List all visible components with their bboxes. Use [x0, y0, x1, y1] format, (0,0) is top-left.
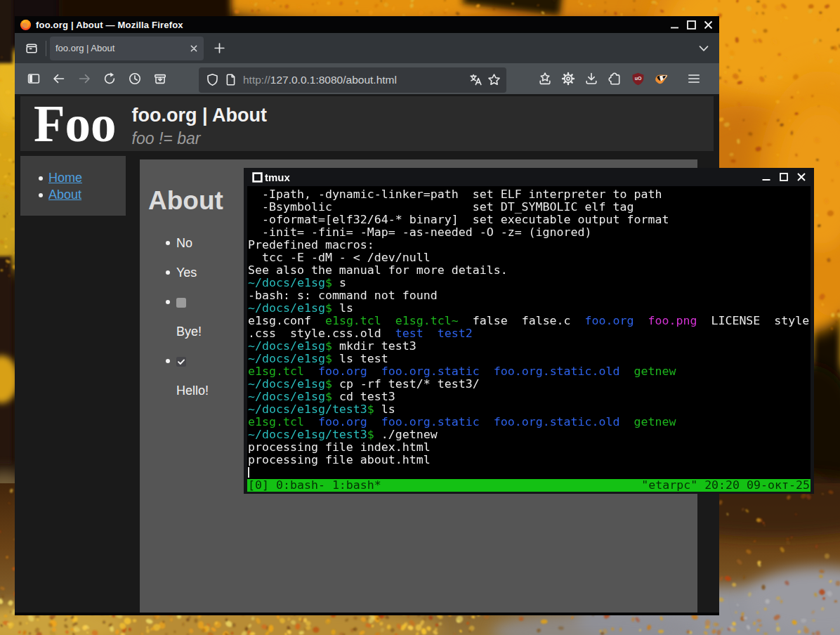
- terminal-row: See also the manual for more details.: [248, 264, 811, 277]
- maximize-icon: [687, 20, 696, 30]
- forward-arrow-icon: [77, 72, 91, 86]
- new-tab-button[interactable]: [209, 38, 230, 59]
- terminal-titlebar[interactable]: tmux: [244, 168, 814, 186]
- terminal-row: tcc -E -dM - < /dev/null: [248, 251, 811, 264]
- firefox-view-icon: [25, 41, 39, 55]
- tab-foo-org-about[interactable]: foo.org | About: [50, 37, 204, 60]
- terminal-row: ~/docs/e1sg$ ls test: [248, 353, 811, 365]
- checkbox-checked[interactable]: [176, 357, 186, 367]
- terminal-row: ~/docs/e1sg$ ls: [248, 302, 811, 315]
- navigation-toolbar: http://127.0.0.1:8080/about.html: [15, 63, 719, 94]
- terminal-cursor: [248, 467, 249, 478]
- nav-link-home[interactable]: Home: [48, 171, 82, 185]
- terminal-maximize-button[interactable]: [780, 173, 788, 181]
- reload-button[interactable]: [99, 68, 120, 89]
- reload-icon: [103, 72, 117, 86]
- back-button[interactable]: [48, 68, 70, 89]
- back-arrow-icon: [52, 72, 66, 86]
- ublock-shield-icon: uO: [631, 72, 645, 86]
- checkbox-unchecked[interactable]: [176, 298, 186, 308]
- ublock-origin-button[interactable]: uO: [627, 68, 648, 89]
- close-icon: [704, 20, 713, 30]
- import-button[interactable]: [150, 68, 171, 89]
- sidebar-toggle-button[interactable]: [23, 68, 44, 89]
- close-icon: [797, 173, 806, 181]
- terminal-title: tmux: [265, 171, 290, 183]
- page-info-icon[interactable]: [221, 71, 239, 89]
- extensions-button[interactable]: [604, 68, 625, 89]
- bookmark-star-button[interactable]: [485, 71, 503, 89]
- downloads-button[interactable]: [581, 68, 602, 89]
- terminal-row: e1sg.conf e1sg.tcl e1sg.tcl~ false false…: [248, 315, 811, 327]
- terminal-row: [248, 466, 811, 479]
- url-text[interactable]: http://127.0.0.1:8080/about.html: [243, 74, 466, 86]
- list-item-label: No: [176, 236, 192, 250]
- list-all-tabs-button[interactable]: [695, 39, 713, 58]
- terminal-row: -Ipath, -dynamic-linker=path set ELF int…: [248, 188, 811, 201]
- translate-icon: [469, 73, 483, 86]
- terminal-row: ~/docs/e1sg$ s: [248, 277, 811, 289]
- terminal-row: ~/docs/e1sg/test3$ ls: [248, 403, 811, 416]
- save-to-collection-button[interactable]: [534, 68, 556, 89]
- tab-close-button[interactable]: [187, 41, 201, 55]
- close-button[interactable]: [704, 20, 713, 30]
- terminal-row: ~/docs/e1sg$ cd test3: [248, 391, 811, 403]
- page-nav: HomeAbout: [20, 156, 126, 216]
- minimize-button[interactable]: [670, 20, 679, 30]
- translate-button[interactable]: [466, 71, 485, 89]
- gear-icon: [561, 72, 575, 86]
- privacy-badger-button[interactable]: [650, 68, 671, 89]
- tab-label: foo.org | About: [55, 43, 187, 53]
- tmux-status-windows: [0] 0:bash- 1:bash*: [247, 479, 641, 492]
- maximize-button[interactable]: [687, 20, 696, 30]
- app-menu-button[interactable]: [683, 68, 704, 89]
- badger-icon: [654, 72, 669, 86]
- history-button[interactable]: [124, 68, 145, 89]
- terminal-row: e1sg.tcl foo.org foo.org.static foo.org.…: [248, 416, 811, 428]
- site-logo: Foo: [34, 99, 117, 151]
- hamburger-menu-icon: [687, 72, 701, 86]
- site-subtitle: foo != bar: [132, 129, 268, 148]
- puzzle-icon: [608, 72, 622, 86]
- terminal-row: e1sg.tcl foo.org foo.org.static foo.org.…: [248, 365, 811, 378]
- clock-icon: [128, 72, 142, 86]
- close-icon: [190, 44, 198, 53]
- tab-separator: [46, 41, 46, 56]
- tab-strip: foo.org | About: [15, 33, 719, 63]
- terminal-row: Predefined macros:: [248, 239, 811, 251]
- terminal-row: processing file index.html: [248, 441, 811, 454]
- star-icon: [487, 73, 501, 86]
- chevron-down-icon: [698, 43, 709, 54]
- sidebar-icon: [27, 72, 41, 86]
- shield-icon[interactable]: [203, 71, 221, 89]
- terminal-row: -oformat=[elf32/64-* binary] set executa…: [248, 214, 811, 226]
- firefox-view-button[interactable]: [20, 37, 43, 60]
- terminal-row: ~/docs/e1sg$ cp -rf test/* test3/: [248, 378, 811, 391]
- terminal-row: .css style.css.old test test2: [248, 327, 811, 340]
- terminal-close-button[interactable]: [797, 173, 806, 181]
- terminal-row: -bash: s: command not found: [248, 289, 811, 302]
- terminal-row: ~/docs/e1sg$ mkdir test3: [248, 340, 811, 353]
- terminal-screen[interactable]: -Ipath, -dynamic-linker=path set ELF int…: [247, 186, 811, 492]
- nav-link-about[interactable]: About: [48, 188, 81, 202]
- plus-icon: [214, 43, 225, 53]
- nav-item-about: About: [48, 187, 126, 204]
- terminal-row: -init= -fini= -Map= -as-needed -O -z= (i…: [248, 226, 811, 239]
- forward-button[interactable]: [74, 68, 95, 89]
- nav-item-home: Home: [48, 170, 126, 187]
- page-header: Foo foo.org | About foo != bar: [20, 96, 714, 151]
- terminal-row: processing file about.html: [248, 454, 811, 466]
- terminal-minimize-button[interactable]: [762, 173, 770, 181]
- terminal-app-icon: [252, 172, 263, 183]
- browser-titlebar[interactable]: foo.org | About — Mozilla Firefox: [15, 16, 719, 33]
- firefox-icon: [20, 19, 32, 31]
- box-arrow-icon: [153, 72, 167, 86]
- url-bar[interactable]: http://127.0.0.1:8080/about.html: [199, 67, 506, 93]
- url-scheme: http://: [243, 74, 270, 86]
- url-host: 127.0.0.1: [270, 74, 316, 86]
- site-title: foo.org | About: [132, 105, 268, 126]
- star-tray-icon: [538, 72, 552, 86]
- tmux-status-bar: [0] 0:bash- 1:bash* "etarpc" 20:20 09-ок…: [247, 479, 811, 492]
- settings-button[interactable]: [558, 68, 579, 89]
- svg-text:uO: uO: [634, 75, 641, 80]
